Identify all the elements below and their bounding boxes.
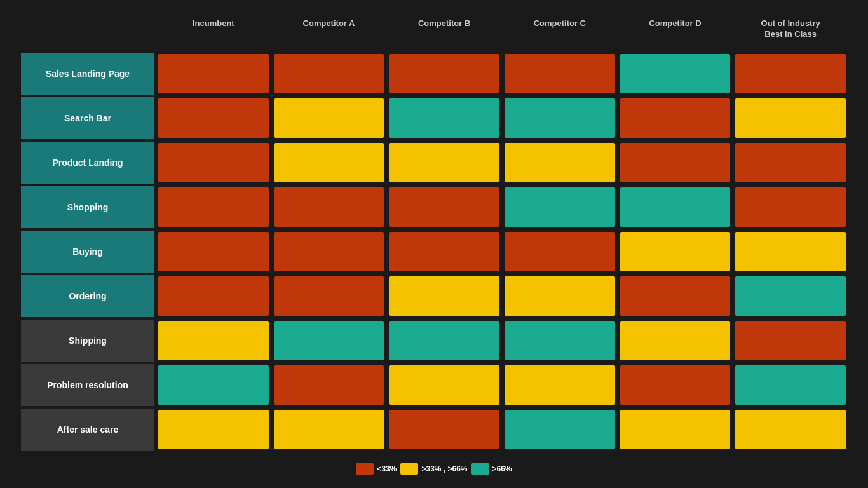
- row-label-7: Problem resolution: [21, 364, 154, 406]
- cell-4-4: [620, 232, 731, 271]
- cell-1-0: [158, 98, 269, 138]
- cell-7-5: [735, 365, 846, 405]
- header-empty: [21, 13, 154, 50]
- cell-0-2: [389, 54, 499, 93]
- legend-label-1: >33% , >66%: [421, 464, 467, 473]
- grid: IncumbentCompetitor ACompetitor BCompeti…: [21, 13, 847, 451]
- cell-6-3: [505, 321, 615, 360]
- cell-1-3: [505, 98, 615, 138]
- header-col-1: Competitor A: [273, 13, 386, 50]
- cell-5-1: [274, 276, 384, 316]
- cell-0-5: [735, 54, 846, 93]
- legend-label-2: >66%: [492, 464, 512, 473]
- header-col-2: Competitor B: [388, 13, 501, 50]
- cell-4-0: [158, 232, 269, 271]
- cell-7-1: [274, 365, 384, 405]
- row-label-3: Shopping: [21, 186, 154, 228]
- cell-6-2: [389, 321, 499, 360]
- cell-2-4: [620, 143, 731, 182]
- cell-8-4: [620, 410, 731, 449]
- cell-1-4: [620, 98, 731, 138]
- cell-3-2: [389, 187, 499, 227]
- row-label-4: Buying: [21, 231, 154, 273]
- legend-swatch-1: [400, 463, 418, 475]
- cell-1-1: [274, 98, 384, 138]
- cell-1-5: [735, 98, 846, 138]
- legend-label-0: <33%: [377, 464, 397, 473]
- cell-7-4: [620, 365, 731, 405]
- cell-2-2: [389, 143, 499, 182]
- legend: <33%>33% , >66%>66%: [21, 463, 847, 475]
- cell-6-1: [274, 321, 384, 360]
- legend-item-2: >66%: [471, 463, 512, 475]
- legend-swatch-2: [471, 463, 489, 475]
- cell-8-3: [505, 410, 615, 449]
- cell-2-3: [505, 143, 615, 182]
- cell-7-3: [505, 365, 615, 405]
- cell-5-3: [505, 276, 615, 316]
- cell-0-3: [505, 54, 615, 93]
- cell-3-5: [735, 187, 846, 227]
- cell-0-4: [620, 54, 731, 93]
- cell-8-1: [274, 410, 384, 449]
- cell-4-2: [389, 232, 499, 271]
- cell-5-4: [620, 276, 731, 316]
- row-label-0: Sales Landing Page: [21, 53, 154, 95]
- legend-item-1: >33% , >66%: [400, 463, 467, 475]
- cell-3-3: [505, 187, 615, 227]
- cell-7-2: [389, 365, 499, 405]
- row-label-5: Ordering: [21, 275, 154, 317]
- row-label-6: Shipping: [21, 320, 154, 362]
- cell-2-0: [158, 143, 269, 182]
- cell-3-4: [620, 187, 731, 227]
- row-label-8: After sale care: [21, 409, 154, 451]
- row-label-1: Search Bar: [21, 97, 154, 139]
- legend-item-0: <33%: [356, 463, 397, 475]
- cell-6-4: [620, 321, 731, 360]
- row-label-2: Product Landing: [21, 142, 154, 184]
- header-col-3: Competitor C: [503, 13, 616, 50]
- cell-7-0: [158, 365, 269, 405]
- comparison-chart: IncumbentCompetitor ACompetitor BCompeti…: [21, 1, 847, 487]
- cell-5-0: [158, 276, 269, 316]
- cell-4-1: [274, 232, 384, 271]
- cell-8-2: [389, 410, 499, 449]
- cell-2-5: [735, 143, 846, 182]
- cell-4-3: [505, 232, 615, 271]
- cell-1-2: [389, 98, 499, 138]
- header-col-0: Incumbent: [157, 13, 270, 50]
- cell-0-0: [158, 54, 269, 93]
- cell-8-5: [735, 410, 846, 449]
- header-col-4: Competitor D: [619, 13, 732, 50]
- cell-5-2: [389, 276, 499, 316]
- cell-3-0: [158, 187, 269, 227]
- cell-5-5: [735, 276, 846, 316]
- cell-2-1: [274, 143, 384, 182]
- cell-3-1: [274, 187, 384, 227]
- cell-0-1: [274, 54, 384, 93]
- legend-swatch-0: [356, 463, 374, 475]
- cell-6-0: [158, 321, 269, 360]
- header-col-5: Out of IndustryBest in Class: [734, 13, 847, 50]
- cell-4-5: [735, 232, 846, 271]
- cell-8-0: [158, 410, 269, 449]
- cell-6-5: [735, 321, 846, 360]
